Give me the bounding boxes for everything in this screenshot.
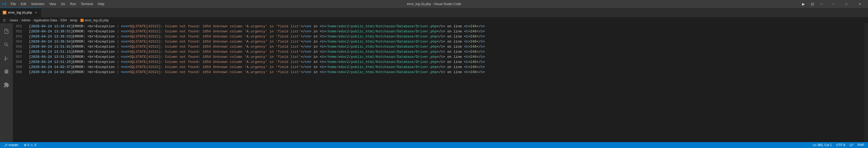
line-number: 359	[13, 65, 24, 70]
editor-area: 351352353354355356357358359360 [2020-04-…	[13, 23, 868, 142]
line-number: 352	[13, 29, 24, 34]
search-icon[interactable]	[0, 38, 13, 51]
tab-file-icon: P	[3, 11, 6, 14]
code-line: [2020-04-24 14:02:40] ERROR: <br>Excepti…	[29, 70, 864, 75]
line-number: 360	[13, 70, 24, 75]
status-right: Ln 360, Col 1 UTF-8 LF PHP	[812, 143, 865, 147]
line-col-text: Ln 360, Col 1	[813, 143, 832, 147]
source-control-icon[interactable]	[0, 52, 13, 65]
branch-icon: ⎇	[4, 143, 7, 147]
line-numbers: 351352353354355356357358359360	[13, 23, 27, 142]
menu-edit[interactable]: Edit	[19, 1, 28, 7]
line-number: 353	[13, 34, 24, 39]
warning-icon: ⚠	[30, 143, 33, 147]
encoding-text: UTF-8	[836, 143, 845, 147]
code-line: [2020-04-24 13:36:53] ERROR: <br>Excepti…	[29, 34, 864, 39]
warning-count: 0	[34, 143, 36, 147]
window-title: error_log (4).php - Visual Studio Code	[407, 2, 461, 6]
line-number: 355	[13, 44, 24, 49]
breadcrumb-file[interactable]: error_log (4).php	[81, 18, 108, 22]
code-line: [2020-04-24 13:51:25] ERROR: <br>Excepti…	[29, 60, 864, 65]
run-controls: ▶ ⊡ ⋯	[799, 0, 826, 8]
main-area: 351352353354355356357358359360 [2020-04-…	[0, 23, 868, 142]
menu-run[interactable]: Run	[68, 1, 78, 7]
window-controls: ▶ ⊡ ⋯ ─ □ ✕	[799, 0, 866, 8]
menu-bar: File Edit Selection View Go Run Terminal…	[8, 1, 106, 7]
line-number: 354	[13, 39, 24, 44]
code-line: [2020-04-24 13:36:54] ERROR: <br>Excepti…	[29, 39, 864, 44]
code-area[interactable]: [2020-04-24 13:36:42] ERROR: <br>Excepti…	[27, 23, 864, 142]
breadcrumb-ssh[interactable]: SSH	[60, 18, 67, 22]
menu-file[interactable]: File	[8, 1, 18, 7]
maximize-button[interactable]: □	[840, 0, 852, 8]
extensions-icon[interactable]	[0, 78, 13, 91]
breadcrumb-file-name: error_log (4).php	[85, 18, 108, 22]
minimize-button[interactable]: ─	[827, 0, 839, 8]
line-number: 358	[13, 60, 24, 65]
tab-close-button[interactable]: ×	[33, 10, 38, 15]
editor-content[interactable]: 351352353354355356357358359360 [2020-04-…	[13, 23, 868, 142]
title-bar-left: File Edit Selection View Go Run Terminal…	[2, 1, 106, 7]
close-button[interactable]: ✕	[854, 0, 866, 8]
status-encoding[interactable]: UTF-8	[835, 143, 846, 147]
menu-view[interactable]: View	[47, 1, 58, 7]
menu-go[interactable]: Go	[59, 1, 67, 7]
tab-label: error_log (4).php	[8, 11, 32, 14]
code-line: [2020-04-24 13:36:51] ERROR: <br>Excepti…	[29, 29, 864, 34]
split-editor-button[interactable]: ⊡	[808, 0, 816, 8]
status-line-ending[interactable]: LF	[848, 143, 854, 147]
line-number: 351	[13, 24, 24, 29]
breadcrumb-file-icon	[81, 19, 84, 22]
more-actions-button[interactable]: ⋯	[817, 0, 826, 8]
menu-help[interactable]: Help	[96, 1, 107, 7]
minimap[interactable]	[864, 23, 868, 142]
tab-bar: P error_log (4).php ×	[0, 8, 868, 17]
code-line: [2020-04-24 14:02:37] ERROR: <br>Excepti…	[29, 65, 864, 70]
breadcrumb-temp[interactable]: temp	[70, 18, 77, 22]
code-line: [2020-04-24 13:51:23] ERROR: <br>Excepti…	[29, 54, 864, 60]
error-count: 0	[28, 143, 30, 147]
code-line: [2020-04-24 13:51:13] ERROR: <br>Excepti…	[29, 49, 864, 54]
menu-selection[interactable]: Selection	[29, 1, 46, 7]
title-bar: File Edit Selection View Go Run Terminal…	[0, 0, 868, 8]
debug-icon[interactable]	[0, 65, 13, 78]
breadcrumb-appdata[interactable]: Application Data	[33, 18, 57, 22]
files-icon[interactable]	[0, 25, 13, 38]
activity-bar	[0, 23, 13, 142]
run-button[interactable]: ▶	[799, 0, 807, 8]
status-line-col[interactable]: Ln 360, Col 1	[812, 143, 833, 147]
branch-name: master	[8, 143, 19, 147]
error-icon: ⊗	[24, 143, 27, 147]
code-line: [2020-04-24 13:36:42] ERROR: <br>Excepti…	[29, 24, 864, 29]
status-bar: ⎇ master ⊗ 0 ⚠ 0 Ln 360, Col 1 UTF-8 LF …	[0, 142, 868, 148]
menu-terminal[interactable]: Terminal	[79, 1, 95, 7]
code-line: [2020-04-24 13:51:01] ERROR: <br>Excepti…	[29, 44, 864, 49]
status-branch[interactable]: ⎇ master	[3, 143, 20, 147]
breadcrumb-admin[interactable]: Admin	[21, 18, 30, 22]
vscode-logo-icon	[2, 2, 6, 6]
line-number: 357	[13, 54, 24, 60]
language-text: PHP	[858, 143, 864, 147]
line-number: 356	[13, 49, 24, 54]
status-language[interactable]: PHP	[857, 143, 865, 147]
status-errors[interactable]: ⊗ 0 ⚠ 0	[23, 143, 37, 147]
breadcrumb-c[interactable]: C:	[3, 18, 6, 22]
breadcrumb: C: › Users › Admin › Application Data › …	[0, 17, 868, 23]
tab-error-log[interactable]: P error_log (4).php ×	[0, 8, 41, 17]
breadcrumb-users[interactable]: Users	[10, 18, 18, 22]
line-ending-text: LF	[849, 143, 853, 147]
